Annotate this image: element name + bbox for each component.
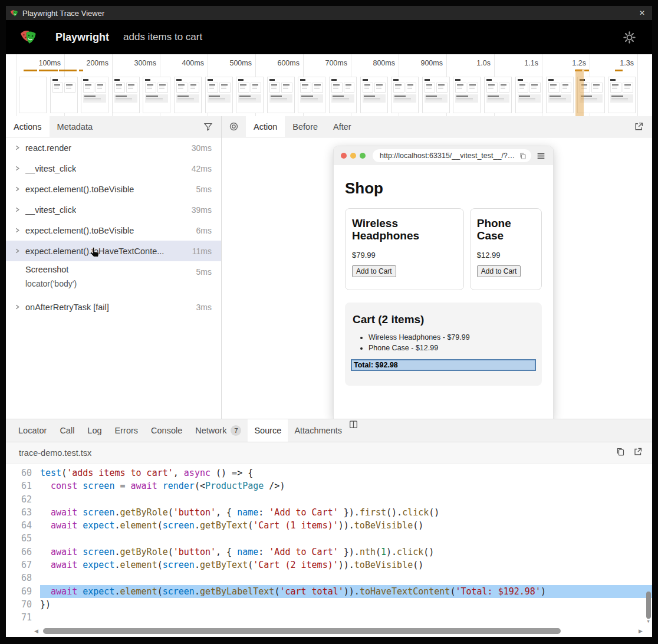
tab-attachments[interactable]: Attachments [288, 419, 348, 442]
browser-menu-icon[interactable] [536, 151, 546, 161]
add-to-cart-button[interactable]: Add to Cart [477, 265, 521, 277]
tab-errors[interactable]: Errors [108, 419, 144, 442]
action-row[interactable]: expect.element().toBeVisible5ms [6, 179, 221, 199]
playwright-logo-icon [19, 28, 38, 47]
action-row[interactable]: __vitest_click39ms [6, 199, 221, 220]
code-text [40, 611, 652, 624]
timeline-thumbnail[interactable] [19, 77, 47, 113]
tab-before[interactable]: Before [285, 116, 325, 137]
action-label: expect.element().toBeVisible [25, 185, 134, 194]
timeline-tick-label: 800ms [353, 59, 395, 67]
browser-chrome: http://localhost:63315/__vitest_test__/?… [334, 146, 553, 165]
action-row[interactable]: react.render30ms [6, 137, 221, 158]
timeline-thumbnail[interactable] [236, 77, 264, 113]
action-row[interactable]: __vitest_click42ms [6, 158, 221, 179]
timeline-thumbnail[interactable] [298, 77, 325, 113]
timeline-thumbnail[interactable] [267, 77, 295, 113]
expand-chevron-icon[interactable] [14, 248, 22, 254]
code-text: test('adds items to cart', async () => { [40, 466, 652, 479]
address-bar[interactable]: http://localhost:63315/__vitest_test__/?… [373, 149, 531, 162]
timeline-thumbnail[interactable] [329, 77, 357, 113]
shop-heading: Shop [345, 179, 542, 198]
gear-icon[interactable] [623, 31, 636, 44]
tab-network[interactable]: Network7 [189, 419, 248, 442]
cart-total: Total: $92.98 [351, 359, 536, 371]
tab-action[interactable]: Action [246, 116, 285, 137]
timeline-thumbnail[interactable] [143, 77, 170, 113]
action-row[interactable]: expect.element().toBeVisible6ms [6, 220, 221, 241]
playwright-masks-icon [10, 9, 19, 18]
timeline-thumbnail[interactable] [112, 77, 140, 113]
traffic-light-red [341, 153, 347, 159]
timeline-thumbnail[interactable] [422, 77, 450, 113]
copy-url-icon[interactable] [519, 152, 527, 160]
timeline-thumbnail[interactable] [391, 77, 419, 113]
timeline-thumbnail[interactable] [360, 77, 388, 113]
timeline-selection-band [575, 69, 584, 116]
expand-chevron-icon[interactable] [14, 186, 22, 192]
expand-chevron-icon[interactable] [14, 165, 22, 172]
close-icon[interactable]: ✕ [639, 6, 645, 20]
window-title: Playwright Trace Viewer [22, 9, 104, 18]
copy-source-icon[interactable] [616, 447, 625, 458]
expand-chevron-icon[interactable] [14, 304, 22, 310]
code-text: await expect.element(screen.getByText('C… [40, 558, 652, 571]
action-row[interactable]: expect.element().toHaveTextConte...11ms [6, 241, 221, 261]
timeline-thumbnail[interactable] [484, 77, 512, 113]
action-label: __vitest_click [25, 164, 76, 173]
vertical-scrollbar-arrows[interactable]: ▲▼ [646, 616, 651, 624]
split-view-icon[interactable] [348, 419, 358, 442]
tab-after[interactable]: After [325, 116, 359, 137]
timeline-duration-mark [584, 70, 589, 71]
timeline-thumbnail[interactable] [174, 77, 202, 113]
expand-chevron-icon[interactable] [14, 206, 22, 213]
action-duration: 30ms [187, 143, 212, 153]
timeline[interactable]: 100ms200ms300ms400ms500ms600ms700ms800ms… [6, 54, 652, 117]
open-snapshot-icon[interactable] [626, 116, 652, 137]
code-line: 69 await expect.element(screen.getByLabe… [6, 585, 652, 598]
pick-locator-icon[interactable] [222, 116, 246, 137]
code-text: await expect.element(screen.getByText('C… [40, 519, 652, 532]
tab-locator[interactable]: Locator [12, 419, 53, 442]
scroll-left-icon[interactable]: ◀ [34, 628, 38, 634]
scroll-right-icon[interactable]: ▶ [639, 628, 643, 634]
horizontal-scrollbar-thumb[interactable] [43, 628, 561, 634]
timeline-thumbnail[interactable] [50, 77, 78, 113]
timeline-tick-label: 500ms [209, 59, 252, 67]
action-row-screenshot[interactable]: Screenshot5mslocator('body') [6, 261, 221, 297]
tab-source[interactable]: Source [248, 419, 288, 442]
action-label: onAfterRetryTask [fail] [25, 303, 109, 312]
tab-label: Actions [14, 122, 42, 132]
horizontal-scrollbar[interactable]: ◀ ▶ [6, 625, 652, 637]
timeline-thumbnail[interactable] [81, 77, 108, 113]
open-source-icon[interactable] [633, 447, 643, 458]
code-text: await expect.element(screen.getByLabelTe… [40, 585, 652, 598]
tab-console[interactable]: Console [144, 419, 189, 442]
tab-metadata[interactable]: Metadata [50, 116, 100, 137]
line-number: 71 [6, 611, 40, 624]
expand-chevron-icon[interactable] [14, 227, 22, 234]
code-text: }) [40, 598, 652, 611]
timeline-tick-label: 400ms [162, 59, 204, 67]
code-text [40, 571, 652, 584]
filter-icon[interactable] [195, 116, 221, 137]
timeline-thumbnail[interactable] [515, 77, 543, 113]
timeline-thumbnail[interactable] [453, 77, 481, 113]
expand-chevron-icon[interactable] [14, 144, 22, 151]
tab-actions[interactable]: Actions [6, 116, 50, 137]
timeline-thumbnail[interactable] [608, 77, 636, 113]
add-to-cart-button[interactable]: Add to Cart [352, 265, 396, 277]
timeline-thumbnail[interactable] [546, 77, 574, 113]
tab-call[interactable]: Call [53, 419, 81, 442]
timeline-thumbnail[interactable] [205, 77, 233, 113]
tab-label: Errors [115, 426, 138, 435]
product-price: $79.99 [352, 251, 457, 259]
app-header: Playwright adds items to cart [6, 20, 652, 54]
timeline-gridline [637, 54, 638, 116]
test-title: adds items to cart [123, 31, 202, 43]
action-row[interactable]: onAfterRetryTask [fail]3ms [6, 297, 221, 317]
source-code-view[interactable]: 60test('adds items to cart', async () =>… [6, 464, 652, 625]
tab-log[interactable]: Log [81, 419, 108, 442]
snapshot-tab-bar: ActionBeforeAfter [222, 116, 652, 137]
tab-label: Call [60, 426, 74, 435]
